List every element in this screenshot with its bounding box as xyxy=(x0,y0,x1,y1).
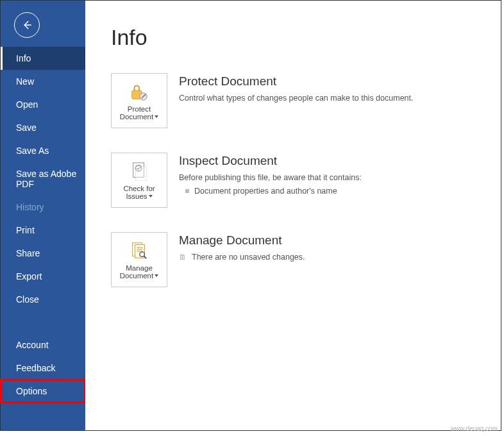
section-title: Manage Document xyxy=(179,233,305,247)
document-icon: 🗎 xyxy=(179,253,187,262)
tile-label: Document xyxy=(120,272,153,280)
sidebar-item-feedback[interactable]: Feedback xyxy=(1,356,85,380)
list-item: Document properties and author's name xyxy=(179,187,362,196)
chevron-down-icon xyxy=(149,195,153,197)
chevron-down-icon xyxy=(155,274,158,277)
arrow-left-icon xyxy=(21,19,33,31)
svg-rect-5 xyxy=(135,167,146,181)
sidebar-item-label: Account xyxy=(16,340,49,350)
section-title: Inspect Document xyxy=(179,154,362,168)
sidebar-item-label: Save As xyxy=(16,146,49,156)
sidebar-item-label: Close xyxy=(16,294,39,305)
sidebar-item-close[interactable]: Close xyxy=(1,288,85,311)
sidebar-item-label: Options xyxy=(16,386,47,396)
sidebar-item-share[interactable]: Share xyxy=(1,242,85,265)
sidebar-item-account[interactable]: Account xyxy=(1,333,85,356)
sidebar-item-print[interactable]: Print xyxy=(1,219,85,242)
sidebar-item-label: Info xyxy=(16,53,31,63)
bullet-icon xyxy=(185,189,189,193)
sidebar-item-save-as[interactable]: Save As xyxy=(1,139,85,162)
section-manage: Manage Document Manage Document 🗎 There … xyxy=(111,232,488,287)
section-desc: There are no unsaved changes. xyxy=(192,251,305,264)
main-panel: Info Protect Document Protect Document C… xyxy=(85,1,501,430)
tile-label: Manage xyxy=(126,264,153,272)
section-inspect: Check for Issues Inspect Document Before… xyxy=(111,153,488,208)
inspect-list: Document properties and author's name xyxy=(179,187,362,196)
sidebar-item-options[interactable]: Options xyxy=(1,380,85,403)
sidebar-item-label: Feedback xyxy=(16,363,55,373)
svg-point-11 xyxy=(140,252,145,257)
tile-label: Check for xyxy=(123,185,155,192)
sidebar-item-label: Save as Adobe PDF xyxy=(16,169,76,189)
sidebar-item-save[interactable]: Save xyxy=(1,116,85,139)
sidebar-item-label: History xyxy=(16,202,44,212)
sidebar-item-label: Share xyxy=(16,248,40,258)
manage-document-button[interactable]: Manage Document xyxy=(111,232,167,287)
back-button[interactable] xyxy=(14,12,40,38)
watermark: www.deuaq.com xyxy=(451,425,498,432)
tile-label: Protect xyxy=(128,105,151,113)
sidebar-item-history[interactable]: History xyxy=(1,196,85,219)
tile-label: Document xyxy=(120,113,153,121)
sidebar-menu: Info New Open Save Save As Save as Adobe… xyxy=(1,47,85,403)
section-desc: Before publishing this file, be aware th… xyxy=(179,172,362,184)
section-desc: Control what types of changes people can… xyxy=(179,92,414,105)
sidebar-item-label: New xyxy=(16,76,34,87)
document-search-icon xyxy=(130,240,149,262)
section-title: Protect Document xyxy=(179,74,414,88)
list-item-label: Document properties and author's name xyxy=(194,187,337,196)
backstage-sidebar: Info New Open Save Save As Save as Adobe… xyxy=(1,1,85,430)
sidebar-item-info[interactable]: Info xyxy=(1,47,85,70)
sidebar-item-label: Export xyxy=(16,271,42,281)
tile-label: Issues xyxy=(126,192,147,200)
sidebar-item-save-adobe-pdf[interactable]: Save as Adobe PDF xyxy=(1,162,85,196)
chevron-down-icon xyxy=(155,115,158,118)
sidebar-item-new[interactable]: New xyxy=(1,70,85,93)
sidebar-item-label: Open xyxy=(16,99,38,110)
sidebar-item-export[interactable]: Export xyxy=(1,265,85,288)
lock-icon xyxy=(130,81,149,103)
page-title: Info xyxy=(111,25,488,50)
check-for-issues-button[interactable]: Check for Issues xyxy=(111,153,167,208)
document-check-icon xyxy=(130,160,149,182)
section-protect: Protect Document Protect Document Contro… xyxy=(111,73,488,128)
protect-document-button[interactable]: Protect Document xyxy=(111,73,167,128)
sidebar-item-label: Save xyxy=(16,122,37,133)
sidebar-item-open[interactable]: Open xyxy=(1,93,85,116)
sidebar-item-label: Print xyxy=(16,225,35,235)
